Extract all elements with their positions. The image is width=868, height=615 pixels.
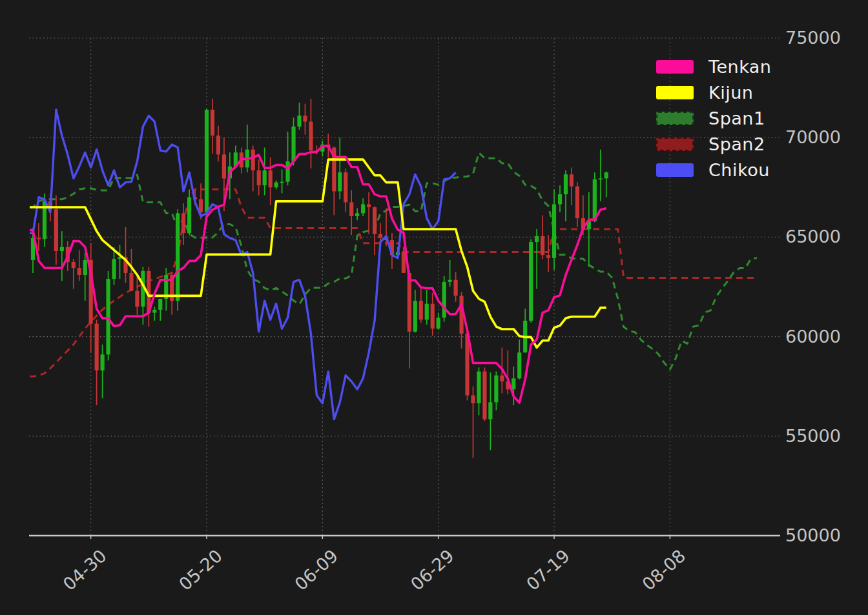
legend-swatch-chikou-icon — [656, 163, 694, 177]
x-tick-label: 04-30 — [59, 545, 110, 594]
legend-label: Span2 — [708, 134, 765, 154]
candle-body — [112, 259, 116, 279]
y-tick-label: 60000 — [785, 327, 841, 347]
candle-body — [558, 194, 562, 204]
candle-body — [251, 150, 255, 170]
candle-body — [72, 262, 76, 268]
candle-body — [599, 178, 603, 179]
candle-body — [309, 122, 313, 151]
candle-body — [494, 376, 498, 403]
candle-body — [442, 282, 446, 318]
candle-body — [529, 242, 533, 321]
legend-item-tenkan: Tenkan — [656, 54, 771, 79]
candle-body — [349, 202, 353, 216]
legend-item-span2: Span2 — [656, 131, 771, 157]
candle-body — [552, 205, 556, 258]
candle-body — [95, 324, 99, 370]
candle-body — [60, 247, 64, 251]
chart-legend: TenkanKijunSpan1Span2Chikou — [656, 54, 771, 183]
candle-body — [453, 280, 457, 296]
candle-body — [106, 279, 110, 354]
y-tick-label: 75000 — [785, 28, 841, 48]
candle-body — [101, 354, 105, 370]
legend-label: Tenkan — [708, 57, 771, 77]
legend-label: Chikou — [708, 160, 770, 180]
legend-label: Kijun — [708, 83, 753, 103]
candle-body — [546, 255, 550, 258]
candles-layer — [31, 99, 608, 458]
candle-body — [604, 172, 608, 178]
legend-swatch-tenkan-icon — [656, 60, 694, 74]
candle-body — [367, 205, 371, 208]
candle-body — [211, 110, 214, 136]
legend-swatch-span1-icon — [656, 112, 694, 125]
candle-body — [593, 179, 597, 221]
candle-body — [176, 213, 180, 301]
candle-body — [471, 396, 475, 403]
ichimoku-chart-window: 75000700006500060000550005000004-3005-20… — [0, 0, 868, 615]
x-tick-label: 06-09 — [291, 545, 342, 594]
candle-body — [181, 213, 185, 233]
candle-body — [373, 207, 377, 234]
candle-body — [437, 318, 440, 328]
candle-body — [512, 378, 515, 389]
candle-body — [425, 304, 429, 320]
candle-body — [158, 299, 162, 310]
y-tick-label: 65000 — [785, 227, 841, 247]
candle-body — [152, 310, 156, 313]
candle-body — [517, 352, 521, 378]
candle-body — [355, 213, 359, 216]
candle-body — [135, 291, 139, 307]
candle-body — [488, 402, 492, 419]
candle-body — [263, 170, 267, 185]
legend-label: Span1 — [708, 108, 765, 128]
candle-body — [216, 136, 220, 154]
candle-body — [448, 280, 452, 282]
candle-body — [344, 172, 347, 202]
candle-body — [402, 252, 406, 273]
candle-body — [431, 304, 435, 329]
candle-body — [297, 116, 301, 126]
candle-body — [570, 174, 574, 187]
candle-body — [419, 301, 423, 319]
x-tick-label: 07-19 — [522, 545, 574, 594]
candle-body — [54, 209, 58, 251]
x-tick-label: 05-20 — [175, 545, 226, 594]
candle-body — [378, 234, 382, 238]
legend-swatch-kijun-icon — [656, 86, 694, 99]
legend-item-kijun: Kijun — [656, 79, 771, 105]
candle-body — [413, 301, 417, 332]
candle-body — [222, 154, 226, 178]
candle-body — [83, 260, 87, 275]
candle-body — [280, 182, 284, 183]
candle-body — [500, 376, 504, 381]
candle-body — [338, 172, 342, 191]
kijun-line — [30, 159, 606, 347]
candle-body — [285, 161, 289, 181]
legend-swatch-span2-icon — [656, 137, 694, 151]
candle-body — [564, 174, 568, 194]
candle-body — [205, 110, 209, 212]
candle-body — [274, 183, 278, 188]
candle-body — [361, 205, 365, 214]
candle-body — [408, 273, 411, 332]
candle-body — [37, 238, 41, 239]
candle-body — [541, 236, 544, 255]
candle-body — [269, 170, 273, 187]
candle-body — [535, 236, 539, 242]
x-tick-label: 08-08 — [638, 545, 689, 594]
candle-body — [291, 126, 295, 161]
candle-body — [477, 372, 480, 403]
candle-body — [257, 170, 261, 185]
y-tick-label: 70000 — [785, 127, 841, 147]
candle-body — [303, 116, 307, 121]
candle-body — [187, 197, 191, 234]
y-tick-label: 50000 — [785, 525, 841, 545]
y-tick-label: 55000 — [785, 426, 841, 446]
legend-item-chikou: Chikou — [656, 157, 771, 183]
candle-body — [78, 268, 81, 275]
span2-line — [30, 189, 757, 376]
legend-item-span1: Span1 — [656, 105, 771, 131]
x-tick-label: 06-29 — [407, 545, 458, 594]
candle-body — [129, 273, 133, 291]
